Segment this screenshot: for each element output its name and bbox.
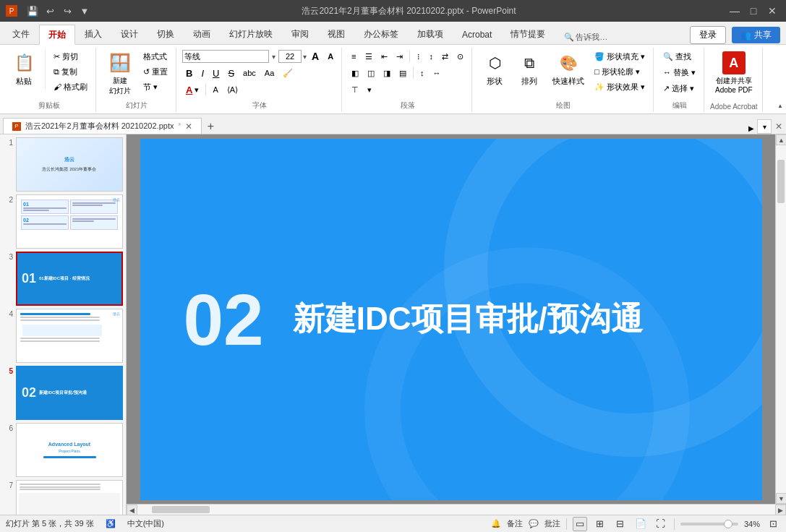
tab-animations[interactable]: 动画: [184, 24, 220, 44]
align-center-button[interactable]: ◫: [364, 66, 378, 80]
align-text-button[interactable]: ⊤: [348, 82, 362, 97]
columns-button[interactable]: ⫶: [413, 49, 424, 64]
tab-design[interactable]: 设计: [111, 24, 148, 44]
align-text-dropdown[interactable]: ▾: [364, 82, 375, 97]
format-painter-button[interactable]: 🖌格式刷: [50, 80, 91, 94]
text-direction-button[interactable]: ↕: [426, 49, 437, 64]
slide-6-thumb[interactable]: 6 Advanced Layout Project Plans: [3, 423, 123, 477]
tab-insert[interactable]: 插入: [75, 24, 111, 44]
font-size-input[interactable]: [278, 50, 302, 63]
adobe-create-button[interactable]: A 创建并共享 Adobe PDF: [710, 49, 758, 96]
slide-7-thumb[interactable]: 7: [3, 480, 123, 515]
tab-view[interactable]: 视图: [318, 24, 354, 44]
font-extra-button[interactable]: ⟨A⟩: [223, 82, 242, 97]
find-button[interactable]: 🔍 查找: [659, 49, 695, 64]
align-right-button[interactable]: ◨: [380, 66, 394, 80]
close-button[interactable]: ✕: [764, 3, 780, 19]
maximize-button[interactable]: □: [746, 3, 761, 19]
tab-close-button[interactable]: ✕: [185, 121, 192, 132]
undo-icon[interactable]: ↩: [43, 4, 56, 17]
scroll-down-button[interactable]: ▼: [776, 493, 786, 504]
save-icon[interactable]: 💾: [26, 4, 39, 17]
hscroll-thumb[interactable]: [152, 506, 210, 513]
bullets-button[interactable]: ≡: [348, 49, 359, 64]
tab-home[interactable]: 开始: [39, 25, 75, 45]
canvas-scroll[interactable]: 02 新建IDC项目审批/预沟通: [127, 134, 775, 504]
outline-view-button[interactable]: ⊞: [593, 517, 607, 531]
normal-view-button[interactable]: ▭: [573, 517, 587, 531]
clear-format-button[interactable]: 🧹: [279, 66, 296, 80]
scroll-left-button[interactable]: ◀: [127, 505, 137, 515]
tab-transitions[interactable]: 切换: [148, 24, 184, 44]
italic-button[interactable]: I: [197, 66, 208, 80]
align-left-button[interactable]: ◧: [348, 66, 362, 80]
vscroll-thumb[interactable]: [777, 160, 785, 203]
indent-less-button[interactable]: ⇤: [377, 49, 391, 64]
slide-3-thumb[interactable]: 3 01 01新建IDC项目 · 经营情况: [3, 252, 123, 306]
ribbon-collapse-button[interactable]: ▲: [777, 103, 783, 109]
slideshow-button[interactable]: ⛶: [654, 517, 668, 531]
decrease-font-button[interactable]: A: [324, 49, 337, 64]
minimize-button[interactable]: —: [727, 3, 743, 19]
spacing-button[interactable]: ↔: [430, 66, 445, 80]
shape-button[interactable]: ⬡ 形状: [478, 49, 511, 89]
change-case-button[interactable]: Aa: [261, 66, 278, 80]
arrange-button[interactable]: ⧉ 排列: [513, 49, 546, 89]
tab-office-tab[interactable]: 办公标签: [354, 24, 408, 44]
zoom-slider[interactable]: [680, 523, 738, 525]
quick-style-button[interactable]: 🎨 快速样式: [547, 49, 589, 89]
slide-2-thumb[interactable]: 2 浩云 01: [3, 194, 123, 249]
tab-addins[interactable]: 加载项: [408, 24, 453, 44]
redo-icon[interactable]: ↪: [61, 4, 74, 17]
font-spacing-button[interactable]: abc: [239, 66, 260, 80]
line-spacing-button[interactable]: ↕: [417, 66, 428, 80]
slide-sorter-button[interactable]: ⊟: [613, 517, 628, 531]
tab-file[interactable]: 文件: [3, 24, 39, 44]
tab-acrobat[interactable]: Acrobat: [453, 24, 501, 44]
increase-font-button[interactable]: A: [308, 49, 322, 64]
shape-fill-button[interactable]: 🪣 形状填充 ▾: [591, 49, 649, 64]
tab-storyboard[interactable]: 情节提要: [501, 24, 555, 44]
section-button[interactable]: 节▾: [140, 80, 171, 94]
font-name-input[interactable]: [182, 50, 269, 63]
text-shadow-button[interactable]: A: [209, 82, 221, 97]
slide-5-thumb[interactable]: 5 02 新建IDC项目审批/预沟通: [3, 366, 123, 420]
replace-button[interactable]: ↔ 替换 ▾: [659, 65, 699, 80]
numbering-button[interactable]: ☰: [362, 49, 376, 64]
reset-button[interactable]: ↺重置: [140, 64, 171, 79]
underline-button[interactable]: U: [209, 66, 223, 80]
strikethrough-button[interactable]: S: [224, 66, 238, 80]
tab-review[interactable]: 审阅: [282, 24, 318, 44]
fit-slide-button[interactable]: ⊡: [766, 517, 780, 531]
smartart-button[interactable]: ⊙: [453, 49, 467, 64]
hscroll-track[interactable]: [137, 505, 775, 515]
scroll-up-button[interactable]: ▲: [776, 134, 786, 145]
justify-button[interactable]: ▤: [396, 66, 410, 80]
indent-more-button[interactable]: ⇥: [393, 49, 406, 64]
slide-1-thumb[interactable]: 1 浩云 浩云长鸿集团 2021年董事会: [3, 137, 123, 192]
new-tab-button[interactable]: +: [203, 119, 218, 134]
copy-button[interactable]: ⧉复制: [50, 64, 91, 79]
tab-close-all-button[interactable]: ✕: [772, 119, 786, 134]
reading-view-button[interactable]: 📄: [633, 517, 648, 531]
share-button[interactable]: 👥 共享: [732, 27, 780, 43]
tab-dropdown-button[interactable]: ▾: [757, 119, 772, 134]
customize-icon[interactable]: ▼: [78, 4, 91, 17]
font-color-button[interactable]: A ▾: [182, 82, 202, 97]
login-button[interactable]: 登录: [690, 26, 726, 44]
tab-scroll-right[interactable]: ▶: [746, 122, 757, 134]
vscroll-track[interactable]: [776, 145, 786, 493]
tab-slideshow[interactable]: 幻灯片放映: [220, 24, 282, 44]
convert-button[interactable]: ⇄: [438, 49, 452, 64]
tell-me-search[interactable]: 🔍 告诉我…: [560, 30, 611, 44]
new-slide-button[interactable]: 🪟 新建 幻灯片: [102, 49, 138, 98]
shape-outline-button[interactable]: □ 形状轮廓 ▾: [591, 64, 649, 79]
shape-effect-button[interactable]: ✨ 形状效果 ▾: [591, 80, 649, 94]
slide-4-thumb[interactable]: 4 浩云: [3, 309, 123, 363]
bold-button[interactable]: B: [182, 66, 196, 80]
slide-format-button[interactable]: 格式式: [140, 49, 171, 64]
document-tab[interactable]: P 浩云2021年2月董事会材料 20210202.pptx * ✕: [3, 118, 202, 134]
cut-button[interactable]: ✂剪切: [50, 49, 91, 64]
scroll-right-button[interactable]: ▶: [775, 505, 786, 515]
paste-button[interactable]: 📋 粘贴: [7, 49, 40, 89]
